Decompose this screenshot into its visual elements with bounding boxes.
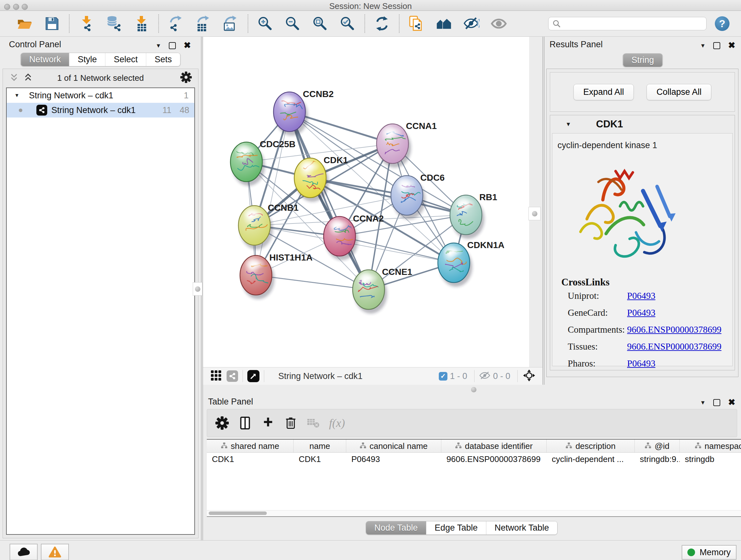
network-node-CCNE1[interactable]: CCNE1 [353, 267, 412, 314]
column-header-databaseidentifier[interactable]: database identifier [441, 440, 547, 452]
expand-all-button[interactable]: Expand All [574, 84, 634, 100]
tab-node-table[interactable]: Node Table [366, 521, 426, 535]
table-cell[interactable]: CDK1 [207, 453, 293, 465]
save-session-icon[interactable] [44, 15, 60, 32]
results-panel: Results Panel ▼ ✖ String Expand All Coll… [544, 37, 741, 385]
search-box[interactable] [548, 17, 706, 30]
memory-button[interactable]: Memory [682, 545, 737, 560]
network-collection-row[interactable]: ▼ String Network – cdk1 1 [7, 88, 194, 103]
network-canvas[interactable]: CCNB2 CCNA1 CDC25B CDK1 CDC6 [203, 37, 529, 367]
clone-network-icon[interactable] [408, 15, 425, 32]
table-settings-gear-icon[interactable] [215, 416, 229, 430]
panel-menu-icon[interactable]: ▼ [156, 43, 161, 49]
crosslink-value-link[interactable]: P06493 [627, 291, 656, 301]
zoom-fit-content-icon[interactable] [312, 15, 328, 32]
table-row[interactable]: CDK1CDK1P064939606.ENSP00000378699cyclin… [207, 453, 741, 465]
close-panel-icon[interactable]: ✖ [728, 41, 735, 50]
crosslink-row: Pharos:P06493 [568, 358, 734, 369]
network-node-CDC6[interactable]: CDC6 [391, 173, 445, 219]
warnings-button[interactable] [41, 544, 69, 560]
birds-eye-view-icon[interactable] [522, 368, 536, 384]
refresh-view-icon[interactable] [374, 15, 390, 32]
network-edges[interactable] [246, 112, 466, 290]
import-network-from-database-icon[interactable] [106, 15, 122, 32]
tab-network-table[interactable]: Network Table [486, 521, 557, 535]
homes-icon[interactable] [435, 15, 452, 32]
table-cell[interactable]: CDK1 [293, 453, 346, 465]
delete-column-icon[interactable] [284, 416, 297, 430]
node-label: CCNE1 [382, 267, 412, 277]
export-network-to-file-icon[interactable] [167, 15, 184, 32]
column-header-namespace[interactable]: namespace [680, 440, 741, 452]
tab-edge-table[interactable]: Edge Table [426, 521, 486, 535]
zoom-out-icon[interactable] [284, 15, 301, 32]
zoom-selected-icon[interactable] [339, 15, 356, 32]
float-panel-icon[interactable] [169, 42, 176, 49]
collection-label: String Network – cdk1 [29, 91, 113, 101]
panel-menu-icon[interactable]: ▼ [700, 43, 706, 49]
tab-style[interactable]: Style [69, 53, 105, 66]
tab-select[interactable]: Select [105, 53, 146, 66]
tab-network[interactable]: Network [21, 53, 69, 66]
import-table-from-file-icon[interactable] [133, 15, 150, 32]
network-node-RB1[interactable]: RB1 [450, 192, 497, 239]
protein-twisty-icon[interactable]: ▼ [565, 121, 571, 127]
panel-menu-icon[interactable]: ▼ [700, 400, 706, 406]
table-cell[interactable]: stringdb:9... [635, 453, 680, 465]
export-table-to-file-icon[interactable] [195, 15, 212, 32]
network-node-CDKN1A[interactable]: CDKN1A [438, 240, 504, 287]
toolbar-separator [248, 14, 248, 33]
column-header-canonicalname[interactable]: canonical name [346, 440, 441, 452]
close-panel-icon[interactable]: ✖ [184, 41, 191, 50]
collapse-all-button[interactable]: Collapse All [647, 84, 711, 100]
table-horizontal-scrollbar[interactable] [207, 510, 741, 516]
network-row-selected[interactable]: String Network – cdk1 11 48 [7, 103, 194, 118]
left-divider-handle[interactable] [193, 282, 202, 296]
network-share-view-icon[interactable] [226, 370, 238, 382]
tab-string[interactable]: String [623, 54, 663, 67]
table-cell[interactable]: 9606.ENSP00000378699 [441, 453, 547, 465]
network-options-gear-icon[interactable] [180, 71, 192, 84]
float-panel-icon[interactable] [713, 42, 720, 49]
table-cell[interactable]: cyclin-dependent ... [547, 453, 635, 465]
float-panel-icon[interactable] [713, 399, 720, 406]
help-button[interactable]: ? [715, 16, 730, 31]
grid-view-icon[interactable] [211, 370, 221, 382]
network-node-CCNB1[interactable]: CCNB1 [239, 203, 298, 249]
show-eye-icon[interactable] [490, 15, 507, 32]
search-input[interactable] [564, 18, 706, 29]
crosslink-value-link[interactable]: 9606.ENSP00000378699 [627, 324, 722, 334]
table-cell[interactable]: P06493 [346, 453, 441, 465]
warning-icon [49, 546, 61, 558]
crosslink-value-link[interactable]: 9606.ENSP00000378699 [627, 341, 722, 352]
add-column-icon[interactable] [261, 416, 275, 430]
network-node-HIST1H1A[interactable]: HIST1H1A [240, 253, 313, 299]
column-header-name[interactable]: name [293, 440, 346, 452]
column-namespace-icon [565, 441, 572, 451]
right-divider-handle[interactable] [529, 207, 541, 220]
network-node-CCNA1[interactable]: CCNA1 [377, 121, 436, 168]
cloud-services-button[interactable] [10, 544, 38, 560]
show-columns-icon[interactable] [239, 416, 252, 430]
crosslink-value-link[interactable]: P06493 [627, 307, 656, 318]
title-bar: Session: New Session [0, 0, 741, 11]
scrollbar-thumb[interactable] [209, 511, 267, 515]
column-header-sharedname[interactable]: shared name [207, 440, 293, 452]
table-cell[interactable]: stringdb [680, 453, 741, 465]
column-header-id[interactable]: @id [635, 440, 680, 452]
import-network-from-file-icon[interactable] [78, 15, 95, 32]
tab-sets[interactable]: Sets [146, 53, 180, 66]
bottom-divider-handle[interactable] [471, 387, 476, 392]
crosslink-value-link[interactable]: P06493 [627, 358, 656, 368]
collection-twisty-icon[interactable]: ▼ [14, 93, 19, 98]
close-panel-icon[interactable]: ✖ [728, 398, 735, 407]
network-node-CCNB2[interactable]: CCNB2 [273, 89, 333, 136]
selected-count-checkbox-icon[interactable]: ✓ [439, 372, 448, 381]
zoom-in-icon[interactable] [257, 15, 273, 32]
detach-view-icon[interactable] [247, 370, 259, 382]
column-header-description[interactable]: description [547, 440, 635, 452]
crosslink-label: Pharos: [568, 358, 627, 369]
open-session-icon[interactable] [16, 15, 33, 32]
export-image-icon[interactable] [222, 15, 239, 32]
hide-eye-icon[interactable] [463, 15, 480, 32]
